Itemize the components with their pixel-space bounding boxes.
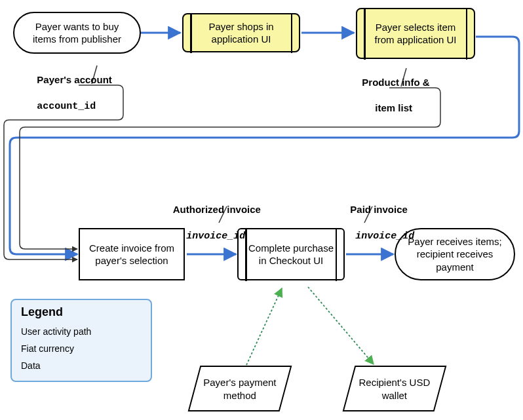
- authorized-invoice-label: Authorized invoice invoice_id: [168, 190, 261, 242]
- usd-wallet-label: Recipient's USD wallet: [358, 376, 431, 402]
- legend-box: Legend User activity path Fiat currency …: [10, 299, 152, 382]
- shops-node: Payer shops in application UI: [182, 13, 300, 52]
- legend-row-user: User activity path: [21, 323, 142, 340]
- product-info-label: Product info & item list: [357, 63, 430, 114]
- payer-account-label: Payer's account account_id: [31, 60, 112, 113]
- create-invoice-label: Create invoice from payer's selection: [88, 242, 176, 267]
- legend-title: Legend: [21, 305, 142, 319]
- selects-node: Payer selects item from application UI: [356, 8, 475, 59]
- checkout-label: Complete purchase in Checkout UI: [246, 242, 336, 267]
- legend-row-data: Data: [21, 357, 142, 374]
- usd-wallet-node: Recipient's USD wallet: [343, 366, 447, 411]
- start-node: Payer wants to buy items from publisher: [13, 12, 141, 54]
- start-label: Payer wants to buy items from publisher: [22, 20, 132, 46]
- receives-label: Payer receives items; recipient receives…: [404, 235, 506, 274]
- selects-label: Payer selects item from application UI: [365, 21, 466, 47]
- paid-invoice-label: Paid invoice invoice_id: [345, 190, 414, 242]
- payment-method-node: Payer's payment method: [188, 366, 292, 411]
- legend-row-fiat: Fiat currency: [21, 340, 142, 357]
- shops-label: Payer shops in application UI: [191, 20, 291, 46]
- payment-method-label: Payer's payment method: [203, 376, 277, 402]
